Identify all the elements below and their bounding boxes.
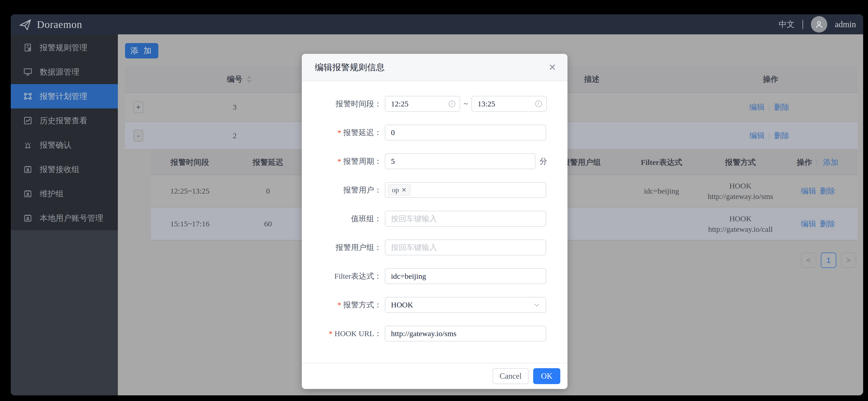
delete-link[interactable]: 删除 xyxy=(774,130,789,141)
sidebar-item-alarm-confirm[interactable]: 报警确认 xyxy=(11,133,118,157)
delete-link[interactable]: 删除 xyxy=(774,102,789,112)
edit-alarm-rule-modal: 编辑报警规则信息 ✕ 报警时间段： ~ xyxy=(302,54,567,389)
edit-link[interactable]: 编辑 xyxy=(749,130,765,141)
contacts-icon xyxy=(23,213,33,223)
duty-group-input[interactable] xyxy=(385,211,546,227)
column-header-action: 操作 xyxy=(763,74,778,85)
filter-input[interactable] xyxy=(385,268,546,284)
field-alarm-users: 报警用户： op ✕ xyxy=(302,176,567,204)
user-avatar[interactable] xyxy=(811,16,827,33)
expand-row-button[interactable]: + xyxy=(133,101,143,113)
sidebar-item-label: 报警确认 xyxy=(40,140,71,150)
edit-link[interactable]: 编辑 xyxy=(801,186,816,196)
monitor-icon xyxy=(23,67,33,77)
modal-footer: Cancel OK xyxy=(302,363,567,389)
sidebar-item-label: 历史报警查看 xyxy=(40,115,87,126)
detail-time: 15:15~17:16 xyxy=(170,220,210,228)
edit-link[interactable]: 编辑 xyxy=(749,102,765,112)
action-divider: | xyxy=(768,131,770,140)
action-divider: | xyxy=(815,158,817,167)
delete-link[interactable]: 删除 xyxy=(820,186,835,196)
sidebar-item-label: 报警规则管理 xyxy=(40,42,87,53)
field-time-range: 报警时间段： ~ xyxy=(302,89,567,118)
navbar-right: 中文 admin xyxy=(779,16,856,33)
close-icon[interactable]: ✕ xyxy=(547,62,558,72)
field-label: 报警用户组： xyxy=(336,243,382,252)
collapse-row-button[interactable]: - xyxy=(133,130,143,142)
users-tag-input[interactable]: op ✕ xyxy=(385,182,546,198)
app-window: Doraemon 中文 admin 报警规则管理 xyxy=(11,15,863,395)
detail-filter: idc=beijing xyxy=(644,187,679,195)
detail-column-method: 报警方式 xyxy=(725,157,756,167)
time-from-picker[interactable] xyxy=(385,96,460,112)
delete-link[interactable]: 删除 xyxy=(820,219,835,229)
sidebar-menu: 报警规则管理 数据源管理 报警计划管理 xyxy=(11,34,118,230)
add-button[interactable]: 添 加 xyxy=(125,43,158,58)
column-header-desc: 描述 xyxy=(584,74,599,85)
ok-button[interactable]: OK xyxy=(533,368,560,384)
user-group-input[interactable] xyxy=(385,239,546,255)
edit-link[interactable]: 编辑 xyxy=(801,219,816,229)
required-mark: * xyxy=(337,157,341,165)
required-mark: * xyxy=(337,128,341,137)
field-filter: Filter表达式： xyxy=(302,262,567,290)
column-header-id[interactable]: 编号 xyxy=(227,74,242,85)
modal-body: 报警时间段： ~ xyxy=(302,81,567,348)
period-input[interactable] xyxy=(385,153,535,169)
next-page-button[interactable]: > xyxy=(841,253,856,268)
period-unit: 分 xyxy=(539,156,547,167)
modal-header: 编辑报警规则信息 ✕ xyxy=(302,54,567,81)
field-label: 报警方式： xyxy=(343,300,382,309)
detail-add-link[interactable]: 添加 xyxy=(823,157,838,167)
row-id: 3 xyxy=(233,103,237,112)
sidebar-item-local-users[interactable]: 本地用户账号管理 xyxy=(11,206,118,230)
sort-carets-icon[interactable] xyxy=(247,76,252,83)
sidebar-item-alarm-rules[interactable]: 报警规则管理 xyxy=(11,35,118,60)
sidebar-item-alarm-plans[interactable]: 报警计划管理 xyxy=(11,84,118,109)
brand[interactable]: Doraemon xyxy=(18,17,82,32)
sidebar-item-alarm-history[interactable]: 历史报警查看 xyxy=(11,109,118,133)
person-icon xyxy=(814,19,824,29)
time-to-input[interactable] xyxy=(471,96,547,112)
detail-delay: 60 xyxy=(264,220,272,228)
field-label: 报警周期： xyxy=(343,157,382,165)
language-switch[interactable]: 中文 xyxy=(779,19,795,30)
required-mark: * xyxy=(337,300,341,309)
field-hook-url: *HOOK URL： xyxy=(302,319,567,348)
screenshot-stage: Doraemon 中文 admin 报警规则管理 xyxy=(0,0,868,401)
sidebar-item-datasource[interactable]: 数据源管理 xyxy=(11,60,118,84)
field-label: 报警时间段： xyxy=(336,99,382,108)
detail-method: HOOKhttp://gateway.io/call xyxy=(708,213,773,234)
field-duty-group: 值班组： xyxy=(302,204,567,233)
field-delay: *报警延迟： xyxy=(302,118,567,147)
hook-url-input[interactable] xyxy=(385,325,546,342)
sidebar-item-label: 数据源管理 xyxy=(40,67,80,78)
sidebar-item-maintain-group[interactable]: 维护组 xyxy=(11,181,118,206)
method-select[interactable]: HOOK xyxy=(385,297,546,313)
cancel-button[interactable]: Cancel xyxy=(493,368,529,384)
time-to-picker[interactable] xyxy=(471,96,547,112)
field-user-group: 报警用户组： xyxy=(302,233,567,262)
pagination: < 1 > xyxy=(801,253,856,268)
sidebar: 报警规则管理 数据源管理 报警计划管理 xyxy=(11,34,118,395)
sidebar-item-label: 维护组 xyxy=(40,189,64,199)
tag-remove-icon[interactable]: ✕ xyxy=(401,187,407,193)
username[interactable]: admin xyxy=(835,20,856,29)
row-id: 2 xyxy=(233,131,237,140)
modal-title: 编辑报警规则信息 xyxy=(315,61,384,73)
page-1-button[interactable]: 1 xyxy=(821,253,836,268)
user-tag: op ✕ xyxy=(388,184,411,196)
sidebar-item-alarm-receivers[interactable]: 报警接收组 xyxy=(11,157,118,181)
detail-column-action: 操作 xyxy=(797,157,812,167)
contacts-icon xyxy=(23,165,33,174)
time-from-input[interactable] xyxy=(385,96,460,112)
field-period: *报警周期： 分 xyxy=(302,147,567,176)
field-label: 报警延迟： xyxy=(343,128,382,137)
detail-column-filter: Filter表达式 xyxy=(641,157,682,167)
method-selected-value: HOOK xyxy=(391,300,413,309)
prev-page-button[interactable]: < xyxy=(801,253,816,268)
top-navbar: Doraemon 中文 admin xyxy=(11,15,863,34)
file-user-icon xyxy=(23,43,33,52)
delay-input[interactable] xyxy=(385,124,546,141)
field-label: 报警用户： xyxy=(343,185,382,194)
